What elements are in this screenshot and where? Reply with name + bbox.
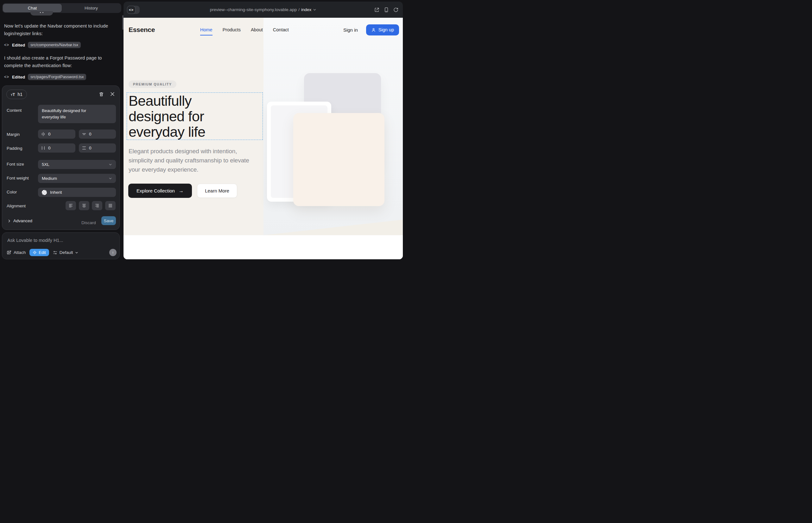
advanced-toggle[interactable]: Advanced [7, 218, 32, 223]
align-justify-button[interactable] [105, 201, 116, 210]
refresh-icon[interactable] [393, 7, 399, 12]
color-label: Color [7, 190, 17, 194]
chat-message: Now let's update the Navbar component to… [4, 22, 119, 37]
target-icon [33, 250, 37, 254]
padding-label: Padding [7, 146, 22, 151]
chevron-down-icon [109, 163, 112, 166]
site-logo[interactable]: Essence [128, 26, 155, 34]
content-label: Content [7, 108, 21, 113]
element-type-pill[interactable]: TT h1 [6, 90, 27, 99]
chat-message: I should also create a Forgot Password p… [4, 54, 119, 69]
user-icon [371, 28, 376, 32]
nav-link-about[interactable]: About [251, 27, 263, 32]
nav-link-contact[interactable]: Contact [273, 27, 289, 32]
nav-link-home[interactable]: Home [200, 27, 212, 32]
element-editor-panel: TT h1 Content Beautifully designed for e… [2, 86, 120, 230]
code-icon: <> [4, 43, 9, 47]
margin-y-input[interactable]: 0 [79, 129, 116, 139]
attach-button[interactable]: Attach [7, 250, 26, 255]
edited-label: Edited [12, 75, 25, 79]
font-weight-select[interactable]: Medium [38, 174, 116, 183]
edited-file-row: <> Edited src/components/Navbar.tsx [4, 41, 81, 49]
url-separator: / [298, 7, 300, 12]
content-textarea[interactable]: Beautifully designed for everyday life [38, 105, 116, 123]
margin-label: Margin [7, 132, 20, 137]
site-page: Essence Home Products About Contact Sign… [124, 18, 403, 259]
sliders-icon [53, 250, 57, 255]
padding-y-icon [82, 146, 86, 150]
edited-file-row: <> Edited src/pages/ForgotPassword.tsx [4, 73, 86, 80]
chevron-down-icon [109, 177, 112, 180]
alignment-label: Alignment [7, 203, 26, 208]
close-panel-icon[interactable] [110, 92, 114, 96]
tab-history[interactable]: History [62, 4, 121, 12]
send-button[interactable]: ↑ [109, 249, 117, 256]
nav-link-products[interactable]: Products [223, 27, 241, 32]
preview-url[interactable]: preview--charming-site-symphony.lovable.… [124, 2, 403, 18]
discard-button[interactable]: Discard [82, 218, 96, 227]
align-left-button[interactable] [66, 201, 76, 210]
chevron-right-icon [7, 219, 11, 222]
sign-in-link[interactable]: Sign in [343, 27, 358, 33]
color-select[interactable]: Inherit [38, 188, 116, 197]
font-weight-label: Font weight [7, 176, 29, 180]
mobile-view-icon[interactable] [384, 7, 389, 12]
arrow-right-icon: → [179, 188, 184, 194]
chat-composer: Attach Edit Default ↑ [2, 232, 120, 259]
padding-x-input[interactable]: 0 [38, 143, 75, 152]
chevron-down-icon [75, 251, 78, 254]
attach-image-icon [7, 250, 12, 255]
app-root: Chat History Now let's update the Navbar… [0, 0, 406, 262]
open-external-icon[interactable] [374, 7, 379, 12]
scrolled-status-pill [30, 11, 53, 16]
text-type-icon: TT [11, 92, 15, 97]
margin-x-icon [41, 132, 45, 136]
margin-x-input[interactable]: 0 [38, 129, 75, 139]
edit-mode-button[interactable]: Edit [30, 249, 49, 256]
mode-select[interactable]: Default [53, 250, 78, 255]
content-field: Beautifully designed for everyday life [38, 105, 116, 123]
file-chip[interactable]: src/components/Navbar.tsx [28, 42, 81, 48]
sign-up-button[interactable]: Sign up [366, 24, 399, 35]
url-host: preview--charming-site-symphony.lovable.… [210, 7, 297, 12]
font-size-label: Font size [7, 162, 24, 166]
hero-card-cream [293, 113, 385, 206]
composer-input[interactable] [7, 236, 112, 244]
save-button[interactable]: Save [101, 216, 116, 225]
hero-headline: Beautifully designed for everyday life [128, 93, 263, 140]
file-chip[interactable]: src/pages/ForgotPassword.tsx [28, 74, 86, 80]
chevron-down-icon [313, 8, 316, 12]
chat-history-tabs: Chat History [2, 3, 121, 13]
preview-window: <> preview--charming-site-symphony.lovab… [124, 2, 403, 259]
url-path: index [301, 7, 311, 12]
color-swatch [42, 190, 47, 195]
next-section [124, 235, 403, 259]
hero-subtext: Elegant products designed with intention… [128, 147, 255, 174]
learn-more-button[interactable]: Learn More [197, 184, 237, 198]
explore-collection-button[interactable]: Explore Collection → [128, 184, 192, 198]
code-icon: <> [4, 75, 9, 79]
font-size-select[interactable]: 5XL [38, 160, 116, 169]
edited-label: Edited [12, 43, 25, 48]
site-navbar: Essence Home Products About Contact Sign… [124, 18, 403, 42]
premium-badge: PREMIUM QUALITY [128, 80, 176, 88]
align-center-button[interactable] [79, 201, 89, 210]
selected-h1-element[interactable]: Beautifully designed for everyday life [127, 92, 263, 140]
padding-x-icon [41, 146, 45, 150]
delete-element-icon[interactable] [99, 92, 104, 97]
preview-chrome-bar: <> preview--charming-site-symphony.lovab… [124, 2, 403, 18]
element-tag: h1 [17, 92, 22, 97]
padding-y-input[interactable]: 0 [79, 143, 116, 152]
margin-y-icon [82, 132, 86, 136]
align-right-button[interactable] [92, 201, 102, 210]
